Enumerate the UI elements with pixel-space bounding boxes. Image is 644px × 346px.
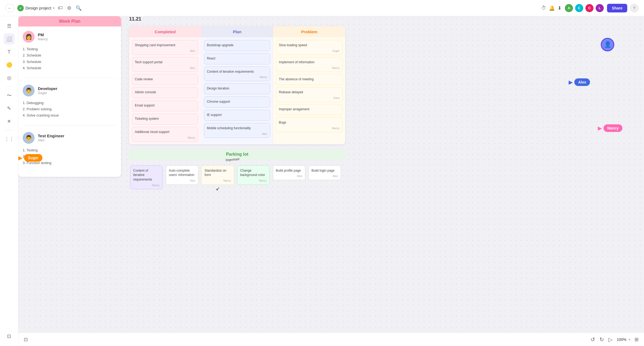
card-absence[interactable]: The absence of meeting [276, 74, 343, 85]
card-chrome[interactable]: Chrome support [204, 97, 270, 108]
card-email-support[interactable]: Email support [132, 100, 198, 111]
plan-col: Bootstrap upgrade React Content of itera… [201, 37, 273, 144]
help-button[interactable]: ? [630, 4, 639, 12]
pm-name: Nancy [38, 37, 48, 41]
topbar: ← Design project ▾ 🏷 ⚙ 🔍 ⏱ 🔔 ⬇ A C C L [0, 0, 644, 16]
cursor-alex: ▶ Alex [569, 78, 590, 86]
cursor-suger: ▶ Suger [18, 154, 42, 162]
cursor-alex-label: ▶ Alex [569, 78, 590, 86]
card-park-build-profile[interactable]: Build profile pageAlex [273, 165, 305, 180]
card-bootstrap[interactable]: Bootstrap upgrade [204, 40, 270, 51]
card-improper[interactable]: Improper arragement [276, 104, 343, 115]
card-park-standardize[interactable]: Standardize on formNancy [202, 165, 234, 185]
avatar-c1[interactable]: C [575, 4, 584, 13]
card-code-review[interactable]: Code review [132, 74, 198, 85]
card-tech-support[interactable]: Tech support portalAlex [132, 57, 198, 72]
card-park-bg-color[interactable]: Change background colorNancy [237, 165, 270, 185]
sidebar-text-icon[interactable]: T [4, 46, 15, 57]
project-name-label: Design project [25, 6, 51, 10]
project-name[interactable]: Design project ▾ [17, 5, 55, 11]
topbar-icons: 🏷 ⚙ 🔍 [58, 5, 82, 11]
board-header: Completed Plan Problem [129, 26, 345, 37]
bell-icon[interactable]: 🔔 [549, 5, 555, 11]
sidebar-divider [5, 86, 14, 87]
problem-header: Problem [273, 26, 345, 37]
completed-col: Shopping card improvementAlex Tech suppo… [129, 37, 201, 144]
member-info-dev: Developer Suger [38, 86, 58, 95]
canvas: Week Plan 👩 PM Nancy 1. Testing2. Schedu… [18, 16, 644, 335]
card-park-autocomplete[interactable]: Auto-complete users' informationAlex [166, 165, 198, 185]
redo-icon[interactable]: ↻ [599, 336, 604, 343]
sidebar: ☰ ⬜ T 🟡 ◎ 〜 ✎ ✕ ⋮⋮ ⊡ [0, 16, 18, 346]
cursor-alex-badge: Alex [574, 78, 590, 86]
timer-icon[interactable]: ⏱ [541, 5, 546, 11]
zoom-value[interactable]: 100% [617, 337, 626, 342]
sidebar-eraser-icon[interactable]: ✕ [4, 116, 15, 127]
member-header-pm: 👩 PM Nancy [23, 31, 117, 43]
card-mobile[interactable]: Mobile scheduling functionalityAlex [204, 123, 270, 138]
settings-icon[interactable]: ⚙ [67, 5, 71, 11]
member-info-qa: Test Engineer Alex [38, 134, 64, 142]
qa-name: Alex [38, 138, 64, 142]
parking-lot-cards: Content of iterative requirementsNancy A… [129, 163, 345, 194]
share-button[interactable]: Share [607, 4, 627, 12]
cursor-suger-badge: Suger [24, 154, 42, 162]
card-shopping[interactable]: Shopping card improvementAlex [132, 40, 198, 55]
plan-header: Plan [201, 26, 273, 37]
avatar-c2[interactable]: C [585, 4, 594, 13]
card-react[interactable]: React [204, 53, 270, 64]
search-icon[interactable]: 🔍 [76, 5, 82, 11]
pm-tasks: 1. Testing2. Schedule3. Schedule4. Sched… [23, 46, 117, 71]
cursor-nancy-label: ▶ Nancy [598, 124, 622, 132]
qa-role: Test Engineer [38, 134, 64, 138]
sidebar-shape-icon[interactable]: ◎ [4, 72, 15, 83]
board: Completed Plan Problem Shopping card imp… [129, 26, 345, 144]
avatar-group: A C C L [564, 4, 604, 13]
tag-icon[interactable]: 🏷 [58, 5, 63, 11]
download-icon[interactable]: ⬇ [558, 5, 562, 11]
sidebar-bottom-icon[interactable]: ⊡ [4, 331, 15, 342]
card-ticketing[interactable]: Ticketing system [132, 114, 198, 125]
sidebar-draw-icon[interactable]: ✎ [4, 103, 15, 114]
board-date: 11.21 [129, 16, 345, 22]
layout-icon[interactable]: ⊞ [635, 337, 639, 342]
avatar-a[interactable]: A [564, 4, 573, 13]
cursor-suger-label: ▶ Suger [18, 154, 42, 162]
bottombar: ⊡ ↺ ↻ ▷ 100% ▾ ⊞ [18, 332, 644, 346]
team-member-dev: 👨 Developer Suger 1. Debugging2. Problem… [23, 85, 117, 125]
profile-avatar: 👤 [601, 38, 614, 51]
sidebar-list-icon[interactable]: ⋮⋮ [4, 134, 15, 144]
topbar-right: ⏱ 🔔 ⬇ A C C L Share ? [541, 4, 639, 13]
card-cloud-support[interactable]: Additional cloud supportNancy [132, 127, 198, 142]
dashed-arrow: ↙ [216, 186, 220, 192]
card-iterative[interactable]: Content of iterative requirementsNancy [204, 66, 270, 81]
card-bugs[interactable]: BugsNancy [276, 117, 343, 132]
sidebar-sticky-icon[interactable]: 🟡 [4, 59, 15, 70]
undo-icon[interactable]: ↺ [591, 336, 595, 343]
card-park-build-login[interactable]: Build login pageAlex [308, 165, 341, 180]
cursor-suger-arrow: ▶ [18, 155, 22, 161]
week-plan-header: Week Plan [18, 16, 121, 26]
completed-header: Completed [129, 26, 201, 37]
play-icon[interactable]: ▷ [608, 336, 612, 343]
zoom-dropdown-icon[interactable]: ▾ [629, 338, 630, 341]
profile-cursor: 👤 [601, 38, 614, 51]
card-implement-info[interactable]: Implement of informationNancy [276, 57, 343, 72]
card-design-iter[interactable]: Design iteration [204, 83, 270, 94]
back-button[interactable]: ← [5, 4, 14, 12]
card-release[interactable]: Release delayedClara [276, 87, 343, 102]
project-icon [17, 5, 24, 11]
bottombar-left: ⊡ [24, 337, 28, 342]
presenter-icon[interactable]: ⊡ [24, 337, 28, 342]
dev-role: Developer [38, 86, 58, 91]
card-park-iterative[interactable]: Content of iterative requirementsNancy [130, 165, 163, 189]
sidebar-menu-icon[interactable]: ☰ [4, 21, 15, 31]
card-ie[interactable]: IE support [204, 110, 270, 121]
dev-tasks: 1. Debugging2. Problem solving4. Solve c… [23, 100, 117, 119]
card-admin-console[interactable]: Admin console [132, 87, 198, 98]
sidebar-pen-icon[interactable]: 〜 [4, 90, 15, 101]
avatar-l[interactable]: L [595, 4, 604, 13]
sidebar-frame-icon[interactable]: ⬜ [4, 34, 15, 44]
team-member-pm: 👩 PM Nancy 1. Testing2. Schedule3. Sched… [23, 31, 117, 78]
card-slow-loading[interactable]: Slow loading speedSuger [276, 40, 343, 55]
